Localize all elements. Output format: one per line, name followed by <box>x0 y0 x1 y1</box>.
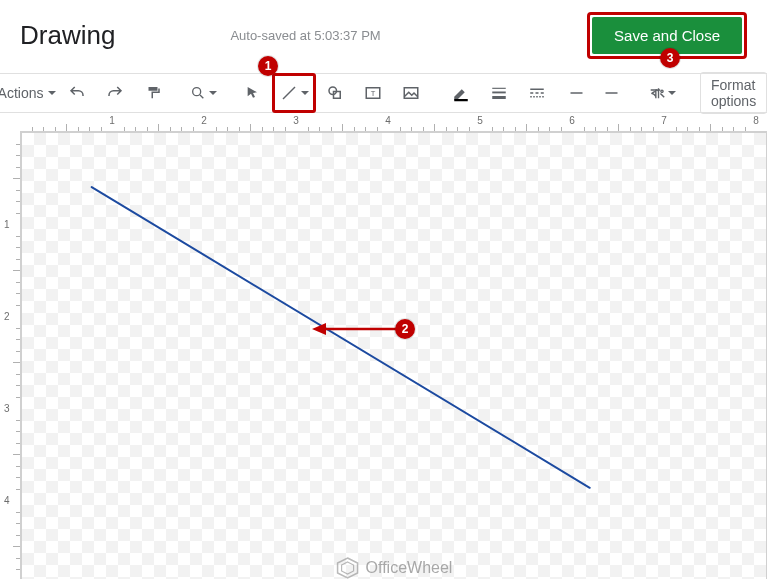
annotation-step-3: 3 <box>660 48 680 68</box>
svg-line-2 <box>283 87 295 99</box>
ruler-h-label: 8 <box>753 115 759 127</box>
undo-icon <box>68 84 86 102</box>
line-dash-icon <box>528 84 546 102</box>
shape-icon <box>326 84 344 102</box>
redo-button[interactable] <box>96 78 134 108</box>
line-start-button[interactable] <box>556 78 594 108</box>
workspace: 12345678 1234 2 Offic <box>0 113 767 579</box>
line-start-icon <box>565 84 585 102</box>
dialog-header: Drawing Auto-saved at 5:03:37 PM Save an… <box>0 0 767 65</box>
svg-marker-21 <box>342 562 354 574</box>
svg-text:T: T <box>371 89 376 98</box>
watermark: OfficeWheel <box>336 556 453 579</box>
caret-down-icon <box>668 91 676 95</box>
line-weight-button[interactable] <box>480 78 518 108</box>
annotation-arrow-2 <box>312 319 402 343</box>
pencil-icon <box>452 84 470 102</box>
svg-point-0 <box>192 88 200 96</box>
actions-menu[interactable]: Actions <box>8 78 46 108</box>
annotation-highlight-line-tool <box>272 73 316 113</box>
svg-marker-19 <box>312 323 326 335</box>
format-options-button[interactable]: Format options <box>700 72 767 114</box>
svg-rect-9 <box>492 88 506 89</box>
horizontal-ruler: 12345678 <box>20 113 767 132</box>
drawing-canvas[interactable]: 2 OfficeWheel <box>21 132 767 579</box>
paint-format-button[interactable] <box>134 78 172 108</box>
ruler-h-label: 5 <box>477 115 483 127</box>
vertical-ruler: 1234 <box>0 132 21 579</box>
select-tool[interactable] <box>234 78 272 108</box>
ruler-h-label: 4 <box>385 115 391 127</box>
watermark-text: OfficeWheel <box>366 559 453 577</box>
shape-tool[interactable] <box>316 78 354 108</box>
cursor-icon <box>245 85 261 101</box>
svg-rect-7 <box>404 88 418 99</box>
redo-icon <box>106 84 124 102</box>
ruler-v-label: 1 <box>4 219 10 230</box>
image-tool[interactable] <box>392 78 430 108</box>
ruler-h-label: 6 <box>569 115 575 127</box>
svg-rect-11 <box>492 96 506 99</box>
drawn-line <box>22 133 766 579</box>
line-weight-icon <box>490 84 508 102</box>
svg-rect-8 <box>454 99 468 101</box>
line-end-icon <box>603 84 623 102</box>
undo-button[interactable] <box>58 78 96 108</box>
watermark-logo-icon <box>336 556 360 579</box>
line-icon <box>280 84 298 102</box>
textbox-icon: T <box>364 84 382 102</box>
dialog-title: Drawing <box>20 20 115 51</box>
caret-down-icon <box>48 91 56 95</box>
zoom-menu[interactable] <box>184 78 222 108</box>
ruler-v-label: 3 <box>4 403 10 414</box>
caret-down-icon <box>209 91 217 95</box>
line-end-button[interactable] <box>594 78 632 108</box>
font-icon: বাং <box>651 84 665 102</box>
caret-down-icon <box>301 91 309 95</box>
textbox-tool[interactable]: T <box>354 78 392 108</box>
ruler-v-label: 4 <box>4 495 10 506</box>
font-menu[interactable]: বাং <box>644 78 682 108</box>
autosave-status: Auto-saved at 5:03:37 PM <box>230 28 380 43</box>
toolbar: Actions T <box>0 73 767 113</box>
ruler-h-label: 7 <box>661 115 667 127</box>
ruler-h-label: 1 <box>109 115 115 127</box>
line-dash-button[interactable] <box>518 78 556 108</box>
svg-marker-20 <box>338 558 358 578</box>
paint-roller-icon <box>144 84 162 102</box>
zoom-icon <box>190 85 206 101</box>
svg-rect-10 <box>492 92 506 94</box>
ruler-h-label: 3 <box>293 115 299 127</box>
annotation-step-2: 2 <box>395 319 415 339</box>
ruler-v-label: 2 <box>4 311 10 322</box>
annotation-step-1: 1 <box>258 56 278 76</box>
svg-line-1 <box>200 95 203 98</box>
line-tool[interactable] <box>275 79 313 107</box>
image-icon <box>402 84 420 102</box>
ruler-h-label: 2 <box>201 115 207 127</box>
line-color-button[interactable] <box>442 78 480 108</box>
